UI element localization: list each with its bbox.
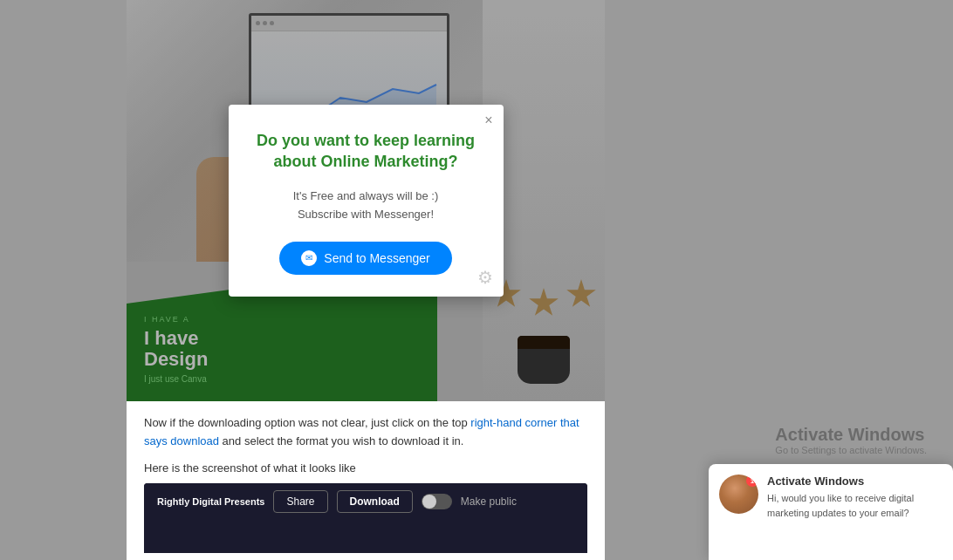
main-content: I HAVE A I haveDesign I just use Canva ×… [127, 0, 605, 560]
messenger-icon-glyph: ✉ [305, 253, 312, 263]
toggle-knob [422, 495, 436, 509]
text-content: Now if the downloading option was not cl… [127, 401, 605, 560]
modal-footer-icon: ⚙ [477, 267, 493, 288]
modal-dialog: × Do you want to keep learning about Onl… [229, 105, 504, 296]
download-button[interactable]: Download [337, 490, 413, 513]
notification-badge: 1 [746, 475, 758, 487]
make-public-toggle[interactable] [422, 494, 452, 509]
modal-subtitle-line2: Subscribe with Messenger! [298, 208, 434, 221]
file-type-dropdown: File Type i [144, 553, 587, 560]
make-public-label: Make public [461, 495, 517, 508]
messenger-icon: ✉ [301, 250, 317, 266]
modal-overlay: × Do you want to keep learning about Onl… [127, 0, 605, 401]
description-paragraph: Now if the downloading option was not cl… [144, 414, 587, 451]
modal-subtitle: It's Free and always will be :) Subscrib… [250, 188, 482, 224]
watermark-subtitle: Go to Settings to activate Windows. [775, 445, 927, 455]
left-background [0, 0, 127, 560]
screenshot-label: Here is the screenshot of what it looks … [144, 461, 587, 475]
modal-close-button[interactable]: × [484, 113, 492, 127]
messenger-button-label: Send to Messenger [324, 251, 429, 265]
chat-content: Activate Windows Hi, would you like to r… [767, 475, 943, 520]
share-button[interactable]: Share [273, 490, 327, 513]
chat-message: Hi, would you like to receive digital ma… [767, 491, 943, 520]
link-right-hand-corner: right-hand corner that says download [144, 416, 579, 447]
download-bar-top: Rightly Digital Presents Share Download … [144, 483, 587, 520]
modal-subtitle-line1: It's Free and always will be :) [293, 189, 439, 202]
download-bar-screenshot: Rightly Digital Presents Share Download … [144, 483, 587, 553]
send-to-messenger-button[interactable]: ✉ Send to Messenger [279, 242, 451, 275]
watermark-title: Activate Windows [775, 425, 927, 445]
chat-avatar: 1 [719, 475, 758, 514]
windows-watermark: Activate Windows Go to Settings to activ… [775, 425, 927, 455]
bar-brand-label: Rightly Digital Presents [157, 496, 264, 507]
hero-image: I HAVE A I haveDesign I just use Canva ×… [127, 0, 605, 401]
modal-title: Do you want to keep learning about Onlin… [250, 131, 482, 172]
chat-widget[interactable]: 1 Activate Windows Hi, would you like to… [709, 464, 953, 560]
download-bar-container: Rightly Digital Presents Share Download … [144, 483, 587, 560]
chat-title: Activate Windows [767, 475, 943, 488]
